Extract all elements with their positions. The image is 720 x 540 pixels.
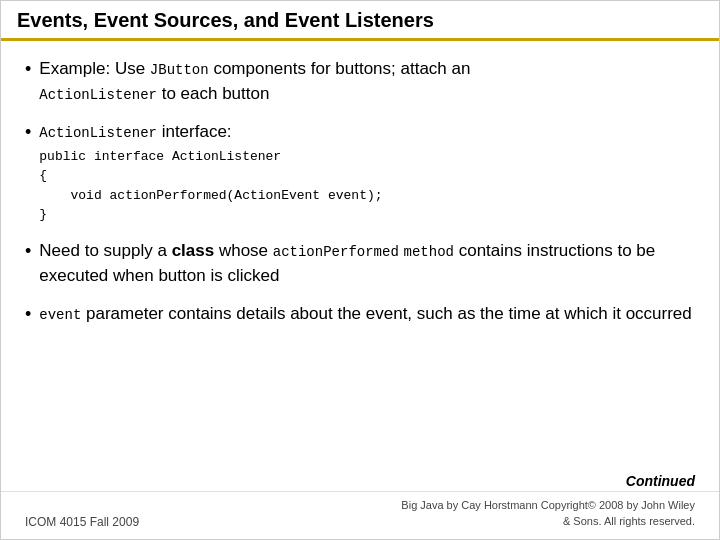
bullet-item-1: • Example: Use JButton components for bu… [25, 57, 695, 106]
slide-container: Events, Event Sources, and Event Listene… [0, 0, 720, 540]
bullet-item-2: • ActionListener interface: public inter… [25, 120, 695, 225]
code-line-1: public interface ActionListener [39, 149, 281, 164]
bullet1-code1: JButton [150, 62, 209, 78]
bullet-item-4: • event parameter contains details about… [25, 302, 695, 327]
bullet1-middle: components for buttons; attach an [209, 59, 471, 78]
bullet3-code1: actionPerformed [273, 244, 399, 260]
code-line-2: { [39, 168, 47, 183]
footer-right-text: Big Java by Cay Horstmann Copyright© 200… [401, 498, 695, 529]
bullet-text-2: ActionListener interface: public interfa… [39, 120, 695, 225]
slide-footer: ICOM 4015 Fall 2009 Big Java by Cay Hors… [1, 491, 719, 539]
slide-header: Events, Event Sources, and Event Listene… [1, 1, 719, 41]
bullet3-code2: method [404, 244, 454, 260]
code-line-3: void actionPerformed(ActionEvent event); [39, 188, 382, 203]
bullet1-code2: ActionListener [39, 87, 157, 103]
bullet2-interface: interface: [157, 122, 232, 141]
slide-content: • Example: Use JButton components for bu… [1, 41, 719, 473]
bullet1-suffix: to each button [157, 84, 269, 103]
footer-left-text: ICOM 4015 Fall 2009 [25, 515, 139, 529]
bullet-text-1: Example: Use JButton components for butt… [39, 57, 695, 106]
bullet-text-3: Need to supply a class whose actionPerfo… [39, 239, 695, 288]
bullet-dot-4: • [25, 303, 31, 326]
bullet2-code1: ActionListener [39, 125, 157, 141]
bullet-dot-3: • [25, 240, 31, 263]
bullet-text-4: event parameter contains details about t… [39, 302, 695, 327]
bullet-dot-2: • [25, 121, 31, 144]
bullet4-text1: parameter contains details about the eve… [81, 304, 691, 323]
bullet3-text1: Need to supply a class whose [39, 241, 272, 260]
bullet2-code-block: public interface ActionListener { void a… [39, 147, 695, 225]
bullet-dot-1: • [25, 58, 31, 81]
bullet-item-3: • Need to supply a class whose actionPer… [25, 239, 695, 288]
bullet4-code1: event [39, 307, 81, 323]
code-line-4: } [39, 207, 47, 222]
continued-label: Continued [1, 473, 719, 491]
slide-title: Events, Event Sources, and Event Listene… [17, 9, 434, 31]
bullet1-prefix: Example: Use [39, 59, 150, 78]
